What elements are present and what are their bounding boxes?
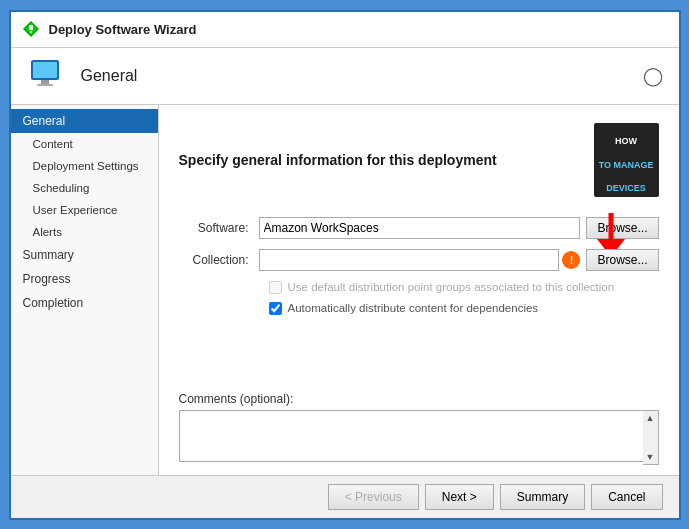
wizard-title: Deploy Software Wizard bbox=[49, 22, 197, 37]
sidebar-item-general[interactable]: General bbox=[11, 109, 158, 133]
brand-badge: HOW TO MANAGE DEVICES bbox=[594, 123, 659, 197]
sidebar-item-progress[interactable]: Progress bbox=[11, 267, 158, 291]
brand-manage: TO MANAGE bbox=[599, 160, 654, 170]
main-content: Specify general information for this dep… bbox=[159, 105, 679, 475]
collection-warning-icon: ! bbox=[562, 251, 580, 269]
svg-rect-2 bbox=[29, 25, 33, 30]
sidebar-item-completion[interactable]: Completion bbox=[11, 291, 158, 315]
sidebar-item-alerts[interactable]: Alerts bbox=[11, 221, 158, 243]
comments-textarea-wrap: ▲ ▼ bbox=[179, 410, 659, 465]
cancel-button[interactable]: Cancel bbox=[591, 484, 662, 510]
sidebar-item-summary[interactable]: Summary bbox=[11, 243, 158, 267]
sidebar-item-deployment-settings[interactable]: Deployment Settings bbox=[11, 155, 158, 177]
section-title-row: Specify general information for this dep… bbox=[179, 123, 659, 197]
svg-rect-7 bbox=[37, 84, 53, 86]
collection-input-wrap bbox=[259, 249, 560, 271]
brand-devices: DEVICES bbox=[606, 183, 646, 193]
section-title: Specify general information for this dep… bbox=[179, 152, 594, 168]
wizard-container: Deploy Software Wizard General ◯ General… bbox=[9, 10, 681, 520]
wizard-body: General Content Deployment Settings Sche… bbox=[11, 105, 679, 475]
wizard-header-label: General bbox=[81, 67, 138, 85]
wizard-header: General ◯ bbox=[11, 48, 679, 105]
checkbox-auto-distribute-row: Automatically distribute content for dep… bbox=[179, 302, 659, 315]
sidebar: General Content Deployment Settings Sche… bbox=[11, 105, 159, 475]
comments-section: Comments (optional): ▲ ▼ bbox=[179, 382, 659, 465]
svg-rect-5 bbox=[33, 62, 57, 78]
svg-rect-6 bbox=[41, 80, 49, 84]
computer-icon bbox=[27, 58, 67, 94]
scroll-up-icon[interactable]: ▲ bbox=[644, 411, 657, 425]
next-button[interactable]: Next > bbox=[425, 484, 494, 510]
sidebar-item-content[interactable]: Content bbox=[11, 133, 158, 155]
checkbox-distribution[interactable] bbox=[269, 281, 282, 294]
scroll-down-icon[interactable]: ▼ bbox=[644, 450, 657, 464]
sidebar-item-scheduling[interactable]: Scheduling bbox=[11, 177, 158, 199]
title-bar: Deploy Software Wizard bbox=[11, 12, 679, 48]
collection-browse-button[interactable]: Browse... bbox=[586, 249, 658, 271]
user-icon: ◯ bbox=[643, 65, 663, 87]
svg-point-3 bbox=[30, 31, 32, 33]
wizard-footer: < Previous Next > Summary Cancel bbox=[11, 475, 679, 518]
wizard-title-icon bbox=[21, 19, 41, 39]
collection-row: Collection: ! Browse... bbox=[179, 249, 659, 271]
comments-label: Comments (optional): bbox=[179, 392, 659, 406]
checkbox-distribution-label: Use default distribution point groups as… bbox=[288, 281, 615, 293]
comments-scrollbar[interactable]: ▲ ▼ bbox=[643, 410, 659, 465]
checkbox-auto-distribute[interactable] bbox=[269, 302, 282, 315]
collection-label: Collection: bbox=[179, 253, 259, 267]
summary-button[interactable]: Summary bbox=[500, 484, 585, 510]
checkbox-auto-distribute-label: Automatically distribute content for dep… bbox=[288, 302, 539, 314]
sidebar-item-user-experience[interactable]: User Experience bbox=[11, 199, 158, 221]
software-label: Software: bbox=[179, 221, 259, 235]
checkbox-distribution-row: Use default distribution point groups as… bbox=[179, 281, 659, 294]
brand-how: HOW bbox=[615, 136, 637, 146]
software-browse-button[interactable]: Browse... bbox=[586, 217, 658, 239]
comments-textarea[interactable] bbox=[179, 410, 659, 462]
software-input[interactable] bbox=[259, 217, 581, 239]
collection-input[interactable] bbox=[260, 250, 559, 270]
previous-button[interactable]: < Previous bbox=[328, 484, 419, 510]
software-row: Software: Browse... bbox=[179, 217, 659, 239]
